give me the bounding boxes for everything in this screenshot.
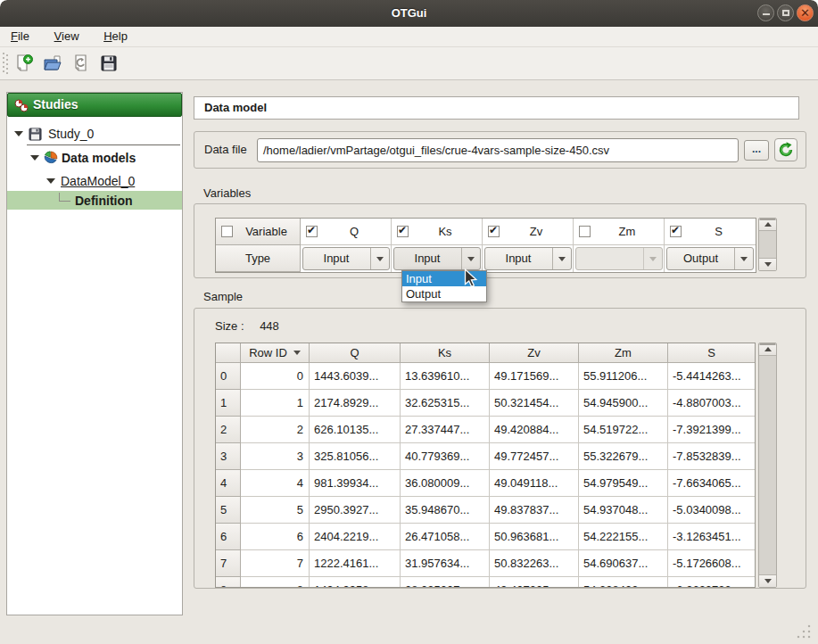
type-combobox-ks[interactable]: Input bbox=[393, 247, 481, 270]
row-header[interactable]: 3 bbox=[216, 443, 241, 470]
cell[interactable]: 1222.4161... bbox=[310, 550, 401, 577]
cell[interactable]: -5.1726608... bbox=[668, 550, 755, 577]
chevron-down-icon[interactable] bbox=[552, 248, 571, 269]
dropdown-option-output[interactable]: Output bbox=[402, 286, 486, 301]
scroll-down-button[interactable] bbox=[759, 258, 776, 270]
select-all-checkbox[interactable] bbox=[221, 226, 233, 237]
cell[interactable]: 49.837837... bbox=[490, 497, 579, 524]
cell[interactable]: 1 bbox=[241, 390, 310, 417]
row-header[interactable]: 1 bbox=[216, 390, 241, 417]
cell[interactable]: -5.4414263... bbox=[668, 363, 755, 390]
open-study-button[interactable] bbox=[41, 52, 64, 75]
column-header-s[interactable]: S bbox=[668, 343, 755, 363]
cell[interactable]: 36.080009... bbox=[401, 470, 490, 497]
tree-item-data-models[interactable]: Data models bbox=[7, 148, 182, 168]
data-file-path-input[interactable]: /home/ladier/vmPartage/otgui_files/crue-… bbox=[257, 138, 739, 162]
cell[interactable]: 5 bbox=[241, 497, 310, 524]
cell[interactable]: -7.8532839... bbox=[668, 443, 755, 470]
tree-item-study[interactable]: Study_0 bbox=[7, 124, 182, 144]
type-combobox-zm[interactable] bbox=[575, 247, 663, 270]
sample-scrollbar[interactable] bbox=[758, 343, 777, 588]
cell[interactable]: -7.6634065... bbox=[668, 470, 755, 497]
cell[interactable]: 49.772457... bbox=[490, 443, 579, 470]
cell[interactable]: 49.171569... bbox=[490, 363, 579, 390]
cell[interactable]: 49.049118... bbox=[490, 470, 579, 497]
cell[interactable]: 54.979549... bbox=[579, 470, 668, 497]
chevron-down-icon[interactable] bbox=[734, 248, 753, 269]
cell[interactable]: 31.957634... bbox=[401, 550, 490, 577]
cell[interactable]: 7 bbox=[241, 550, 310, 577]
cell[interactable]: 325.81056... bbox=[310, 443, 401, 470]
column-header-zv[interactable]: Zv bbox=[490, 343, 579, 363]
cell[interactable]: 8 bbox=[241, 577, 310, 588]
type-combobox-s[interactable]: Output bbox=[666, 247, 754, 270]
cell[interactable]: 54.945900... bbox=[579, 390, 668, 417]
cell[interactable]: -6.2633733... bbox=[668, 577, 755, 588]
cell[interactable]: -4.8807003... bbox=[668, 390, 755, 417]
corner-header-cell[interactable] bbox=[216, 343, 241, 363]
chevron-expanded-icon[interactable] bbox=[30, 155, 39, 161]
scroll-down-button[interactable] bbox=[759, 574, 776, 587]
cell[interactable]: 55.322679... bbox=[579, 443, 668, 470]
cell[interactable]: 26.471058... bbox=[401, 524, 490, 550]
cell[interactable]: 50.963681... bbox=[490, 524, 579, 550]
cell[interactable]: 55.911206... bbox=[579, 363, 668, 390]
cell[interactable]: 54.690637... bbox=[579, 550, 668, 577]
cell[interactable]: 3 bbox=[241, 443, 310, 470]
cell[interactable]: 54.519722... bbox=[579, 417, 668, 443]
checkbox-zv[interactable] bbox=[488, 226, 500, 237]
scrollbar-thumb[interactable] bbox=[759, 219, 776, 220]
cell[interactable]: 13.639610... bbox=[401, 363, 490, 390]
column-header-ks[interactable]: Ks bbox=[401, 343, 490, 363]
checkbox-s[interactable] bbox=[670, 226, 682, 237]
variable-cell-ks[interactable]: Ks bbox=[392, 219, 483, 245]
cell[interactable]: 28.035007... bbox=[401, 577, 490, 588]
scroll-up-button[interactable] bbox=[759, 219, 776, 231]
cell[interactable]: 6 bbox=[241, 524, 310, 550]
type-combobox-q[interactable]: Input bbox=[302, 247, 390, 270]
cell[interactable]: -5.0340098... bbox=[668, 497, 755, 524]
cell[interactable]: 626.10135... bbox=[310, 417, 401, 443]
variable-cell-q[interactable]: Q bbox=[301, 219, 392, 245]
titlebar[interactable]: OTGui ✕ bbox=[0, 0, 818, 27]
cell[interactable]: 2174.8929... bbox=[310, 390, 401, 417]
cell[interactable]: 49.407305... bbox=[490, 577, 579, 588]
chevron-expanded-icon[interactable] bbox=[46, 178, 55, 184]
column-header-q[interactable]: Q bbox=[310, 343, 401, 363]
row-header[interactable]: 5 bbox=[216, 497, 241, 524]
row-header[interactable]: 6 bbox=[216, 524, 241, 550]
reload-file-button[interactable] bbox=[774, 138, 797, 161]
cell[interactable]: 35.948670... bbox=[401, 497, 490, 524]
menu-file[interactable]: File bbox=[0, 27, 40, 47]
new-study-button[interactable] bbox=[12, 52, 36, 75]
chevron-down-icon[interactable] bbox=[370, 248, 389, 269]
cell[interactable]: 49.420884... bbox=[490, 417, 579, 443]
row-header[interactable]: 7 bbox=[216, 550, 241, 577]
cell[interactable]: 1443.6039... bbox=[310, 363, 401, 390]
variable-cell-zm[interactable]: Zm bbox=[574, 219, 665, 245]
chevron-expanded-icon[interactable] bbox=[14, 131, 23, 136]
menu-view[interactable]: View bbox=[44, 27, 90, 47]
variable-cell-zv[interactable]: Zv bbox=[483, 219, 574, 245]
resize-grip[interactable] bbox=[797, 623, 812, 639]
scroll-up-button[interactable] bbox=[759, 343, 776, 356]
checkbox-q[interactable] bbox=[306, 226, 318, 237]
maximize-button[interactable] bbox=[777, 4, 794, 21]
cell[interactable]: 2 bbox=[241, 417, 310, 443]
cell[interactable]: 1494.9958... bbox=[310, 577, 401, 588]
cell[interactable]: 2950.3927... bbox=[310, 497, 401, 524]
row-header[interactable]: 0 bbox=[216, 363, 241, 390]
cell[interactable]: 981.39934... bbox=[310, 470, 401, 497]
row-header[interactable]: 8 bbox=[216, 577, 241, 588]
cell[interactable]: 27.337447... bbox=[401, 417, 490, 443]
cell[interactable]: 4 bbox=[241, 470, 310, 497]
cell[interactable]: -7.3921399... bbox=[668, 417, 755, 443]
scrollbar-thumb[interactable] bbox=[759, 343, 776, 345]
variable-cell-s[interactable]: S bbox=[665, 219, 756, 245]
type-combobox-zv[interactable]: Input bbox=[484, 247, 572, 270]
browse-button[interactable]: ... bbox=[744, 140, 769, 161]
chevron-down-icon[interactable] bbox=[461, 248, 480, 269]
close-button[interactable]: ✕ bbox=[797, 4, 814, 21]
cell[interactable]: 2404.2219... bbox=[310, 524, 401, 550]
menu-help[interactable]: Help bbox=[93, 27, 138, 47]
